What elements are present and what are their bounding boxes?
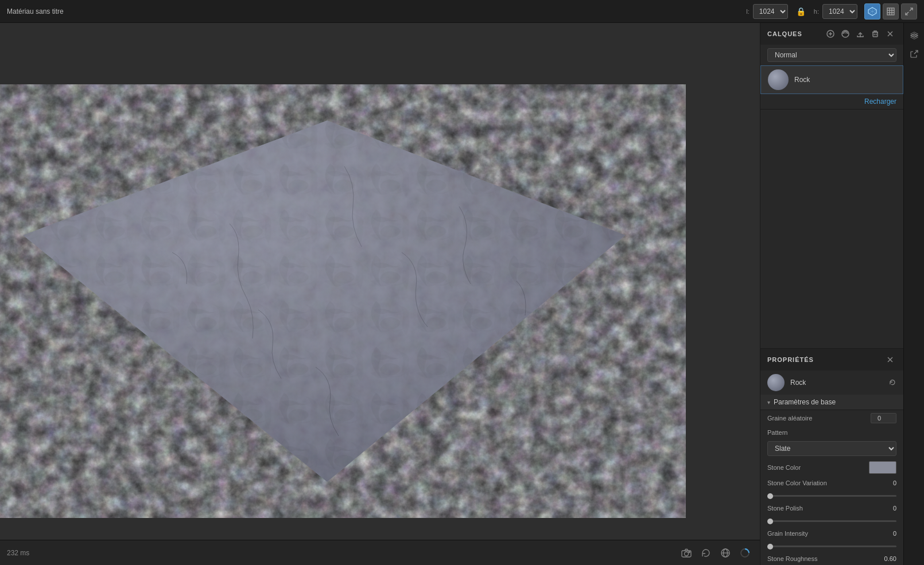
blend-mode-row: Normal Multiply Screen Overlay — [760, 45, 903, 65]
far-right-bar — [903, 23, 924, 565]
add-layer-button[interactable] — [824, 28, 837, 40]
expand-view-button[interactable] — [901, 3, 917, 20]
viewport-bottom-bar: 232 ms — [0, 540, 760, 565]
viewport: 232 ms — [0, 23, 760, 565]
export-layer-button[interactable] — [854, 28, 867, 40]
toggle-arrow: ▾ — [767, 399, 770, 406]
reload-row: Recharger — [760, 94, 903, 109]
layer-item-rock[interactable]: Rock — [760, 65, 903, 94]
mask-layer-button[interactable] — [839, 28, 852, 40]
layers-title: CALQUES — [767, 30, 802, 37]
svg-rect-20 — [873, 32, 878, 37]
close-properties-button[interactable] — [884, 353, 896, 366]
layer-thumbnail — [768, 69, 789, 90]
globe-button[interactable] — [717, 545, 733, 561]
svg-rect-10 — [689, 551, 690, 552]
reset-properties-button[interactable] — [888, 378, 896, 388]
base-params-label: Paramètres de base — [774, 398, 836, 406]
width-select[interactable]: 1024 512 2048 4096 — [753, 4, 788, 19]
properties-title: PROPRIÉTÉS — [767, 356, 814, 363]
close-layers-button[interactable] — [884, 28, 896, 40]
3d-viewport-svg — [0, 23, 760, 565]
layers-header: CALQUES — [760, 23, 903, 45]
pattern-select[interactable]: Slate Granite Marble Sandstone — [767, 441, 896, 456]
layer-name: Rock — [794, 76, 896, 84]
lock-icon[interactable]: 🔒 — [795, 7, 807, 16]
far-right-share-icon[interactable] — [906, 46, 922, 62]
properties-section: PROPRIÉTÉS Rock — [760, 348, 903, 565]
stone-roughness-value: 0.60 — [879, 555, 896, 562]
width-label: l: — [746, 8, 750, 15]
right-panel: CALQUES — [760, 23, 903, 565]
svg-rect-0 — [887, 8, 894, 15]
view-toolbar — [864, 3, 917, 20]
2d-view-button[interactable] — [883, 3, 899, 20]
grain-intensity-value: 0 — [879, 530, 896, 537]
properties-thumbnail — [767, 374, 785, 391]
viewport-tools — [678, 545, 753, 561]
stone-polish-label: Stone Polish — [767, 505, 875, 512]
grain-intensity-row: Grain Intensity 0 — [760, 527, 903, 540]
grain-intensity-slider[interactable] — [767, 545, 896, 547]
svg-line-5 — [910, 8, 913, 11]
stone-polish-slider-row — [760, 515, 903, 527]
properties-material-name: Rock — [790, 379, 883, 387]
seed-row: Graine aléatoire — [760, 410, 903, 426]
height-label: h: — [814, 8, 819, 15]
color-variation-label: Stone Color Variation — [767, 480, 875, 486]
stone-roughness-label: Stone Roughness — [767, 555, 875, 562]
pattern-label: Pattern — [767, 429, 896, 436]
reload-link[interactable]: Recharger — [864, 98, 896, 106]
stone-plane-light — [23, 120, 626, 482]
layers-actions — [824, 28, 896, 40]
grain-intensity-slider-row — [760, 540, 903, 552]
pattern-row: Pattern — [760, 426, 903, 439]
height-group: h: 1024 512 2048 4096 — [814, 4, 857, 19]
width-group: l: 1024 512 2048 4096 — [746, 4, 788, 19]
height-select[interactable]: 1024 512 2048 4096 — [822, 4, 857, 19]
delete-layer-button[interactable] — [869, 28, 882, 40]
far-right-layers-icon[interactable] — [906, 28, 922, 44]
viewport-canvas — [0, 23, 760, 565]
properties-material-row: Rock — [760, 371, 903, 395]
color-variation-slider-row — [760, 489, 903, 502]
stone-color-row: Stone Color — [760, 458, 903, 477]
main-content: 232 ms — [0, 23, 924, 565]
layers-section: CALQUES — [760, 23, 903, 110]
spinner-button[interactable] — [737, 545, 753, 561]
seed-input[interactable] — [871, 413, 896, 423]
stone-color-label: Stone Color — [767, 464, 864, 471]
seed-label: Graine aléatoire — [767, 415, 866, 422]
stone-polish-value: 0 — [879, 505, 896, 512]
color-variation-row: Stone Color Variation 0 — [760, 477, 903, 489]
timing-display: 232 ms — [7, 549, 29, 557]
color-variation-slider[interactable] — [767, 495, 896, 497]
panel-empty-space — [760, 110, 903, 348]
blend-mode-select[interactable]: Normal Multiply Screen Overlay — [767, 48, 896, 62]
svg-point-9 — [685, 552, 689, 556]
svg-line-27 — [914, 50, 918, 54]
app-title: Matériau sans titre — [7, 7, 739, 15]
properties-header: PROPRIÉTÉS — [760, 348, 903, 371]
camera-button[interactable] — [678, 545, 694, 561]
stone-roughness-row: Stone Roughness 0.60 — [760, 552, 903, 565]
grain-intensity-label: Grain Intensity — [767, 530, 875, 537]
svg-line-6 — [906, 12, 909, 15]
top-bar: Matériau sans titre l: 1024 512 2048 409… — [0, 0, 924, 23]
stone-polish-row: Stone Polish 0 — [760, 502, 903, 515]
stone-color-swatch[interactable] — [869, 461, 896, 474]
refresh-button[interactable] — [698, 545, 714, 561]
3d-view-button[interactable] — [864, 3, 880, 20]
base-params-toggle[interactable]: ▾ Paramètres de base — [760, 395, 903, 410]
color-variation-value: 0 — [879, 480, 896, 486]
pattern-dropdown-row: Slate Granite Marble Sandstone — [760, 439, 903, 458]
stone-polish-slider[interactable] — [767, 520, 896, 522]
